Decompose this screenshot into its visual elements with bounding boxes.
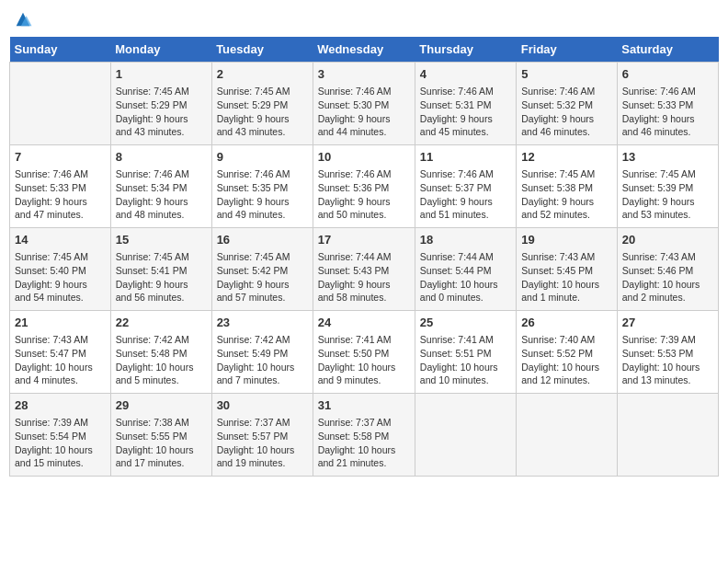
calendar-week-row: 7Sunrise: 7:46 AMSunset: 5:33 PMDaylight…: [10, 145, 719, 228]
day-number: 17: [318, 232, 410, 248]
day-of-week-header: Saturday: [617, 37, 718, 63]
calendar-day-cell: [10, 63, 111, 145]
calendar-day-cell: 2Sunrise: 7:45 AMSunset: 5:29 PMDaylight…: [211, 63, 313, 145]
day-number: 29: [116, 397, 207, 414]
day-info: Sunrise: 7:45 AMSunset: 5:40 PMDaylight:…: [15, 250, 106, 304]
day-number: 23: [217, 315, 308, 331]
day-of-week-header: Monday: [110, 37, 211, 63]
day-number: 25: [420, 315, 511, 331]
day-number: 18: [420, 232, 511, 248]
day-number: 28: [15, 397, 106, 414]
day-number: 5: [521, 66, 611, 83]
calendar-day-cell: 16Sunrise: 7:45 AMSunset: 5:42 PMDayligh…: [211, 228, 313, 311]
calendar-header-row: SundayMondayTuesdayWednesdayThursdayFrid…: [10, 37, 719, 63]
day-info: Sunrise: 7:43 AMSunset: 5:45 PMDaylight:…: [521, 250, 611, 304]
day-number: 3: [318, 66, 410, 83]
calendar-day-cell: 20Sunrise: 7:43 AMSunset: 5:46 PMDayligh…: [617, 228, 718, 311]
day-info: Sunrise: 7:44 AMSunset: 5:43 PMDaylight:…: [318, 250, 410, 304]
day-number: 4: [420, 66, 511, 83]
day-number: 19: [521, 232, 611, 248]
page-header: [9, 9, 719, 29]
calendar-day-cell: 5Sunrise: 7:46 AMSunset: 5:32 PMDaylight…: [517, 63, 617, 145]
day-info: Sunrise: 7:45 AMSunset: 5:38 PMDaylight:…: [521, 167, 611, 222]
day-of-week-header: Friday: [517, 37, 617, 63]
calendar-day-cell: 22Sunrise: 7:42 AMSunset: 5:48 PMDayligh…: [110, 311, 211, 394]
calendar-day-cell: [415, 394, 516, 477]
day-number: 14: [15, 232, 106, 248]
calendar-day-cell: 30Sunrise: 7:37 AMSunset: 5:57 PMDayligh…: [211, 394, 313, 477]
calendar-week-row: 28Sunrise: 7:39 AMSunset: 5:54 PMDayligh…: [10, 394, 719, 477]
day-info: Sunrise: 7:43 AMSunset: 5:46 PMDaylight:…: [622, 250, 713, 304]
day-number: 10: [318, 149, 410, 166]
calendar-day-cell: 18Sunrise: 7:44 AMSunset: 5:44 PMDayligh…: [415, 228, 516, 311]
day-info: Sunrise: 7:46 AMSunset: 5:35 PMDaylight:…: [217, 167, 308, 222]
calendar-day-cell: 31Sunrise: 7:37 AMSunset: 5:58 PMDayligh…: [313, 394, 415, 477]
calendar-day-cell: [617, 394, 718, 477]
calendar-day-cell: 12Sunrise: 7:45 AMSunset: 5:38 PMDayligh…: [517, 145, 617, 228]
day-info: Sunrise: 7:46 AMSunset: 5:37 PMDaylight:…: [420, 167, 511, 222]
day-info: Sunrise: 7:42 AMSunset: 5:49 PMDaylight:…: [217, 333, 308, 387]
day-number: 22: [116, 315, 207, 331]
day-info: Sunrise: 7:45 AMSunset: 5:29 PMDaylight:…: [116, 85, 207, 139]
day-info: Sunrise: 7:41 AMSunset: 5:51 PMDaylight:…: [420, 333, 511, 387]
day-info: Sunrise: 7:44 AMSunset: 5:44 PMDaylight:…: [420, 250, 511, 304]
day-info: Sunrise: 7:38 AMSunset: 5:55 PMDaylight:…: [116, 416, 207, 470]
calendar-day-cell: 11Sunrise: 7:46 AMSunset: 5:37 PMDayligh…: [415, 145, 516, 228]
day-info: Sunrise: 7:37 AMSunset: 5:58 PMDaylight:…: [318, 416, 410, 470]
day-number: 9: [217, 149, 308, 166]
calendar-day-cell: 23Sunrise: 7:42 AMSunset: 5:49 PMDayligh…: [211, 311, 313, 394]
day-info: Sunrise: 7:39 AMSunset: 5:54 PMDaylight:…: [15, 416, 106, 470]
calendar-week-row: 21Sunrise: 7:43 AMSunset: 5:47 PMDayligh…: [10, 311, 719, 394]
calendar-week-row: 14Sunrise: 7:45 AMSunset: 5:40 PMDayligh…: [10, 228, 719, 311]
day-info: Sunrise: 7:45 AMSunset: 5:42 PMDaylight:…: [217, 250, 308, 304]
day-info: Sunrise: 7:45 AMSunset: 5:41 PMDaylight:…: [116, 250, 207, 304]
day-info: Sunrise: 7:45 AMSunset: 5:29 PMDaylight:…: [217, 85, 308, 139]
day-number: 20: [622, 232, 713, 248]
calendar-day-cell: [517, 394, 617, 477]
calendar-day-cell: 26Sunrise: 7:40 AMSunset: 5:52 PMDayligh…: [517, 311, 617, 394]
day-of-week-header: Sunday: [10, 37, 111, 63]
day-info: Sunrise: 7:46 AMSunset: 5:33 PMDaylight:…: [622, 85, 713, 139]
calendar-day-cell: 29Sunrise: 7:38 AMSunset: 5:55 PMDayligh…: [110, 394, 211, 477]
day-of-week-header: Wednesday: [313, 37, 415, 63]
day-info: Sunrise: 7:45 AMSunset: 5:39 PMDaylight:…: [622, 167, 713, 222]
calendar-day-cell: 6Sunrise: 7:46 AMSunset: 5:33 PMDaylight…: [617, 63, 718, 145]
day-of-week-header: Thursday: [415, 37, 516, 63]
day-number: 24: [318, 315, 410, 331]
day-info: Sunrise: 7:46 AMSunset: 5:34 PMDaylight:…: [116, 167, 207, 222]
day-number: 7: [15, 149, 106, 166]
calendar-day-cell: 8Sunrise: 7:46 AMSunset: 5:34 PMDaylight…: [110, 145, 211, 228]
calendar-day-cell: 10Sunrise: 7:46 AMSunset: 5:36 PMDayligh…: [313, 145, 415, 228]
day-info: Sunrise: 7:46 AMSunset: 5:31 PMDaylight:…: [420, 85, 511, 139]
day-number: 21: [15, 315, 106, 331]
day-info: Sunrise: 7:42 AMSunset: 5:48 PMDaylight:…: [116, 333, 207, 387]
calendar-table: SundayMondayTuesdayWednesdayThursdayFrid…: [9, 37, 719, 477]
day-info: Sunrise: 7:43 AMSunset: 5:47 PMDaylight:…: [15, 333, 106, 387]
calendar-day-cell: 15Sunrise: 7:45 AMSunset: 5:41 PMDayligh…: [110, 228, 211, 311]
calendar-day-cell: 1Sunrise: 7:45 AMSunset: 5:29 PMDaylight…: [110, 63, 211, 145]
day-info: Sunrise: 7:37 AMSunset: 5:57 PMDaylight:…: [217, 416, 308, 470]
calendar-day-cell: 25Sunrise: 7:41 AMSunset: 5:51 PMDayligh…: [415, 311, 516, 394]
day-info: Sunrise: 7:40 AMSunset: 5:52 PMDaylight:…: [521, 333, 611, 387]
day-number: 16: [217, 232, 308, 248]
calendar-day-cell: 3Sunrise: 7:46 AMSunset: 5:30 PMDaylight…: [313, 63, 415, 145]
calendar-day-cell: 9Sunrise: 7:46 AMSunset: 5:35 PMDaylight…: [211, 145, 313, 228]
day-of-week-header: Tuesday: [211, 37, 313, 63]
calendar-day-cell: 21Sunrise: 7:43 AMSunset: 5:47 PMDayligh…: [10, 311, 111, 394]
day-info: Sunrise: 7:41 AMSunset: 5:50 PMDaylight:…: [318, 333, 410, 387]
calendar-day-cell: 24Sunrise: 7:41 AMSunset: 5:50 PMDayligh…: [313, 311, 415, 394]
day-number: 11: [420, 149, 511, 166]
day-number: 26: [521, 315, 611, 331]
day-number: 27: [622, 315, 713, 331]
logo-icon: [13, 9, 33, 29]
day-info: Sunrise: 7:46 AMSunset: 5:32 PMDaylight:…: [521, 85, 611, 139]
calendar-day-cell: 19Sunrise: 7:43 AMSunset: 5:45 PMDayligh…: [517, 228, 617, 311]
day-info: Sunrise: 7:46 AMSunset: 5:30 PMDaylight:…: [318, 85, 410, 139]
day-number: 15: [116, 232, 207, 248]
calendar-day-cell: 4Sunrise: 7:46 AMSunset: 5:31 PMDaylight…: [415, 63, 516, 145]
day-number: 13: [622, 149, 713, 166]
day-number: 30: [217, 397, 308, 414]
day-info: Sunrise: 7:46 AMSunset: 5:36 PMDaylight:…: [318, 167, 410, 222]
day-number: 1: [116, 66, 207, 83]
day-number: 6: [622, 66, 713, 83]
